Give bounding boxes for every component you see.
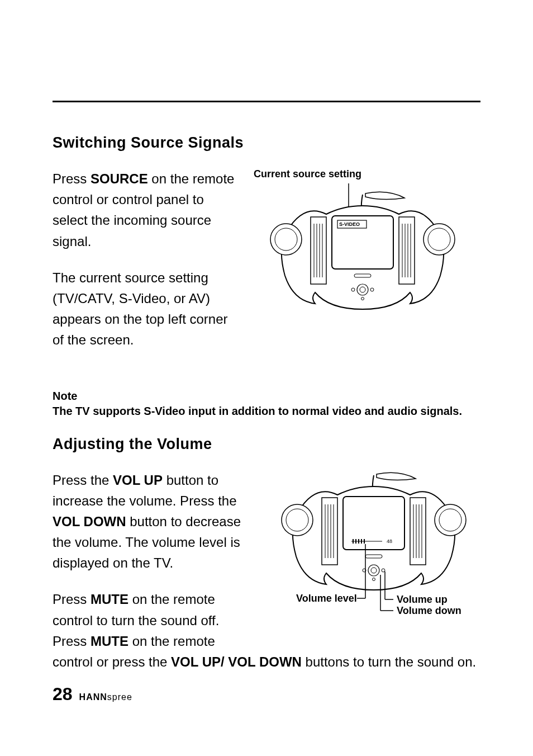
screen-source-label: S-VIDEO	[339, 221, 360, 227]
device-illustration-icon: 48	[265, 470, 483, 621]
text: control or press the	[53, 654, 171, 669]
device-illustration-icon: S-VIDEO	[254, 183, 472, 312]
top-rule	[53, 101, 480, 102]
svg-point-45	[368, 565, 379, 576]
svg-rect-44	[365, 555, 382, 558]
text: buttons to turn the sound on.	[302, 654, 476, 669]
note-text: The TV supports S-Video input in additio…	[53, 404, 480, 419]
note-block: Note The TV supports S-Video input in ad…	[53, 389, 480, 419]
para-source-1: Press SOURCE on the remote control or co…	[53, 168, 242, 252]
figure-source: Current source setting	[254, 168, 480, 312]
svg-rect-17	[354, 274, 371, 277]
brand-part1: HANN	[79, 692, 107, 702]
svg-rect-6	[399, 217, 415, 284]
text-bold: MUTE	[91, 634, 129, 649]
figure-volume: 48	[265, 470, 483, 621]
text: Press the	[53, 472, 113, 488]
heading-switching-source: Switching Source Signals	[53, 134, 480, 152]
text-bold: SOURCE	[91, 171, 148, 186]
text: Press	[53, 171, 91, 186]
svg-point-18	[357, 284, 368, 295]
text-bold: MUTE	[91, 592, 129, 607]
callout-volume-level: Volume level	[296, 593, 357, 604]
note-label: Note	[53, 389, 480, 404]
brand-logo: HANNspree	[79, 692, 132, 702]
volume-number: 48	[387, 538, 392, 544]
callout-current-source: Current source setting	[254, 168, 480, 180]
svg-rect-37	[343, 497, 404, 550]
footer: 28 HANNspree	[53, 684, 132, 705]
text-bold: VOL DOWN	[53, 514, 126, 529]
svg-rect-23	[322, 498, 337, 565]
brand-part2: spree	[107, 692, 132, 702]
para-vol-1: Press the VOL UP button to increase the …	[53, 470, 254, 574]
para-vol-2b: control or press the VOL UP/ VOL DOWN bu…	[53, 651, 477, 672]
heading-adjusting-volume: Adjusting the Volume	[53, 436, 480, 453]
callout-volume-down: Volume down	[397, 605, 461, 616]
text: Press	[53, 592, 91, 607]
callout-volume-up: Volume up	[397, 594, 448, 605]
text-bold: VOL UP	[113, 472, 163, 488]
para-vol-2a: Press MUTE on the remote control to turn…	[53, 589, 254, 651]
para-source-2: The current source setting (TV/CATV, S-V…	[53, 267, 242, 351]
text-bold: VOL UP/ VOL DOWN	[171, 654, 302, 669]
page-number: 28	[53, 684, 73, 705]
svg-rect-28	[410, 498, 426, 565]
text: on the remote	[129, 634, 215, 649]
svg-rect-1	[311, 217, 326, 284]
